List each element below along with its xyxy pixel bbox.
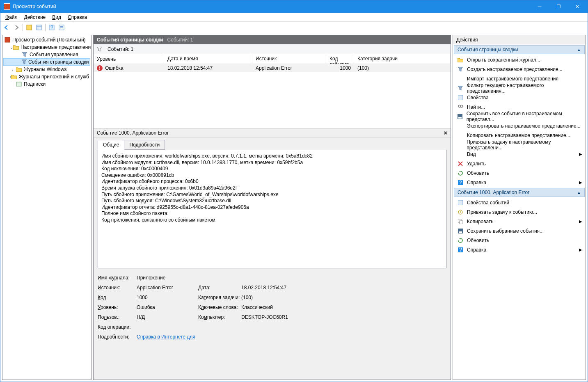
menu-help[interactable]: Справка [64,14,90,21]
svg-rect-9 [16,82,21,86]
svg-rect-6 [60,26,63,27]
svg-rect-7 [60,27,63,28]
copy-icon [457,218,464,225]
filter-icon [22,59,27,65]
action-help-2[interactable]: ?Справка▶ [454,245,585,254]
properties-icon [457,199,464,206]
tree-panel: Просмотр событий (Локальный) ⌄ Настраива… [2,35,92,380]
menu-action[interactable]: Действие [21,14,49,21]
menu-bar: Файл Действие Вид Справка [0,13,588,22]
forward-button[interactable] [12,23,21,32]
tree-admin-events[interactable]: События управления [3,51,90,58]
col-date[interactable]: Дата и время [164,54,252,64]
col-code[interactable]: Код события [326,54,354,64]
event-list-header: Уровень Дата и время Источник Код событи… [94,54,451,64]
action-open-saved-log[interactable]: Открыть сохраненный журнал... [454,55,585,64]
window-title: Просмотр событий [13,4,530,9]
svg-rect-1 [37,25,41,30]
save-icon [457,113,463,120]
col-category[interactable]: Категория задачи [354,54,451,64]
level-label: Уровень: [98,304,137,310]
event-detail-title-bar: Событие 1000, Application Error × [94,128,451,137]
subscriptions-icon [16,81,22,87]
task-icon [457,209,464,215]
filter-icon [457,66,464,73]
actions-section-2[interactable]: Событие 1000, Application Error ▲ [454,188,585,197]
svg-rect-10 [458,95,463,100]
properties-icon [457,94,464,101]
action-attach-task-event[interactable]: Привязать задачу к событию... [454,207,585,217]
actions-section-1[interactable]: События страницы сводки ▲ [454,45,585,54]
event-row[interactable]: !Ошибка 18.02.2018 12:54:47 Application … [94,64,451,72]
back-button[interactable] [2,23,11,32]
properties-button[interactable] [34,23,43,32]
detail-tabs: Общие Подробности [94,137,451,150]
code-label: Код [98,295,137,300]
tree-custom-views[interactable]: ⌄ Настраиваемые представления [3,43,90,51]
menu-file[interactable]: Файл [2,14,21,21]
tree-root[interactable]: Просмотр событий (Локальный) [3,36,90,43]
action-copy[interactable]: Копировать▶ [454,217,585,226]
maximize-button[interactable]: ☐ [549,0,568,13]
category-label: Категория задачи: [198,295,241,300]
action-filter-current[interactable]: Фильтр текущего настраиваемого представл… [454,83,585,93]
svg-text:?: ? [459,247,462,252]
tab-general[interactable]: Общие [98,140,124,150]
user-label: Пользов.: [98,314,137,320]
tree-windows-logs[interactable]: › Журналы Windows [3,66,90,73]
chevron-right-icon: ▶ [579,247,582,252]
action-refresh[interactable]: Обновить [454,168,585,178]
tree-subscriptions[interactable]: Подписки [3,80,90,88]
action-help[interactable]: ?Справка▶ [454,178,585,187]
show-hide-tree-button[interactable] [25,23,34,32]
close-detail-button[interactable]: × [444,130,447,136]
tab-details[interactable]: Подробности [124,140,165,150]
menu-view[interactable]: Вид [49,14,64,21]
col-level[interactable]: Уровень [94,54,164,64]
collapse-icon: ▲ [577,48,581,52]
online-help-link[interactable]: Справка в Интернете для [137,334,195,340]
chevron-right-icon: ▶ [579,219,582,224]
event-detail-title: Событие 1000, Application Error [97,130,169,136]
action-delete[interactable]: Удалить [454,159,585,168]
folder-icon [16,66,22,73]
event-detail-text[interactable]: Имя сбойного приложения: worldofwarships… [98,150,446,268]
find-icon [457,104,464,110]
view-button[interactable] [57,23,66,32]
action-refresh-2[interactable]: Обновить [454,236,585,245]
action-event-properties[interactable]: Свойства событий [454,198,585,207]
collapse-icon[interactable]: ⌄ [10,45,13,50]
col-source[interactable]: Источник [252,54,326,64]
svg-rect-0 [27,25,32,30]
svg-rect-14 [458,117,462,119]
minimize-button[interactable]: ─ [530,0,549,13]
action-export-custom-view[interactable]: Экспортировать настраиваемое представлен… [454,121,585,130]
svg-rect-24 [459,231,462,233]
actions-header: Действия [453,35,586,44]
tree-app-logs[interactable]: › Журналы приложений и служб [3,73,90,80]
open-icon [457,57,464,63]
folder-icon [13,44,19,50]
svg-rect-8 [5,37,10,42]
action-create-custom-view[interactable]: Создать настраиваемое представление... [454,64,585,74]
delete-icon [457,160,464,167]
computer-label: Компьютер: [198,314,241,320]
action-view[interactable]: Вид▶ [454,149,585,159]
help-icon: ? [457,179,464,186]
expand-icon[interactable]: › [10,67,16,72]
action-save-selected[interactable]: Сохранить выбранные события... [454,226,585,236]
action-save-all-events[interactable]: Сохранить все события в настраиваемом пр… [454,112,585,121]
event-viewer-icon [4,37,11,43]
error-icon: ! [97,65,103,71]
tree-summary-events[interactable]: События страницы сводки [3,58,90,66]
close-button[interactable]: ✕ [568,0,587,13]
svg-rect-22 [460,221,463,224]
title-bar: Просмотр событий ─ ☐ ✕ [0,0,588,13]
help-button[interactable]: ? [47,23,56,32]
help-icon: ? [457,247,464,253]
filter-icon [457,85,464,91]
collapse-icon: ▲ [577,190,581,195]
action-attach-task-view[interactable]: Привязать задачу к настраиваемому предст… [454,140,585,149]
action-properties[interactable]: Свойства [454,93,585,102]
chevron-right-icon: ▶ [579,180,582,185]
